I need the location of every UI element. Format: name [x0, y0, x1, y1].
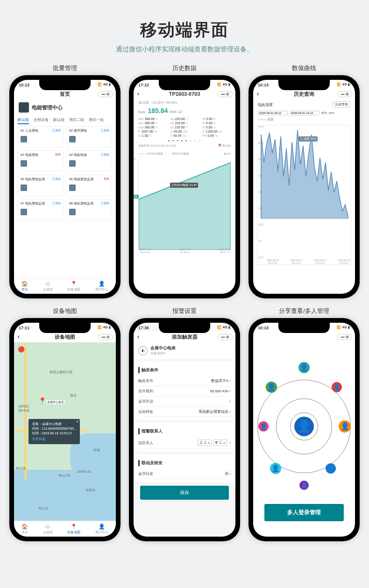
person-icon: 👤 [298, 362, 310, 373]
chart-temp: 64.464.26463.863.663.463.26362.7 ◇ 温度: 6… [257, 125, 351, 265]
miniprogram-menu[interactable]: ••• ⊙ [98, 91, 113, 97]
multi-login-button[interactable]: 多人登录管理 [264, 504, 344, 521]
device-card[interactable]: #8 电机用电监测已连接 [66, 199, 112, 220]
nav-item[interactable]: 👤用户中心 [95, 524, 108, 535]
map-tooltip: × 设备：会展中心电表经纬：113.84465906584783...时间：20… [28, 419, 80, 444]
person-icon: 👤 [258, 421, 269, 432]
cell-label-3: 数值曲线 [292, 64, 316, 72]
device-card[interactable]: #5 电机用电监测已连接 [18, 175, 64, 196]
page-title: 移动端界面 [9, 19, 360, 42]
person-icon: 👤 [339, 420, 351, 432]
device-card[interactable]: #3 电器用电报警 [18, 150, 64, 172]
tabs: 默认组全部设备默认组测试二组测试一组 [14, 115, 116, 126]
form-row[interactable]: 条件规则50.000 KW › [138, 386, 231, 397]
form-row[interactable]: 是否开启 › [138, 397, 231, 407]
tab[interactable]: 测试二组 [69, 117, 84, 124]
save-button[interactable]: 保存 [140, 486, 229, 500]
person-icon: 👤 [266, 382, 277, 393]
query-button[interactable]: 查询 [321, 111, 327, 115]
nav-item[interactable]: 🏠首页 [21, 281, 28, 292]
remove-icon: × [208, 441, 210, 445]
pdf-button[interactable]: PDF [329, 112, 334, 114]
locate-icon[interactable]: 🔴 [18, 346, 25, 353]
nav-item[interactable]: ☁️云组态 [43, 281, 53, 292]
compass-icon: ◐ [138, 346, 148, 355]
nav-item[interactable]: 👤用户中心 [95, 281, 108, 292]
phone-1: 10:13📶 4G ▮ 首页••• ⊙ 电能管理中心 默认组全部设备默认组测试二… [9, 75, 121, 298]
person-icon: 👤 [299, 481, 309, 490]
map-marker[interactable]: 📍会展中心电表 [38, 397, 65, 404]
contact-chip[interactable]: 王 工 × [198, 439, 212, 446]
device-card[interactable]: #6 电能质量监测报警 [66, 175, 112, 196]
chart-epa: 61.9461.861.661.461.26160.8 61.696 正向有功电… [138, 158, 231, 247]
form-row[interactable]: 信息模板系统默认报警信息 › [138, 407, 231, 417]
back-icon[interactable]: ‹ [137, 91, 139, 97]
device-card[interactable]: #7 电机用电监测已连接 [18, 199, 64, 220]
nav-item[interactable]: 🏠首页 [21, 524, 28, 535]
tab[interactable]: 默认组 [53, 117, 64, 124]
center-person-icon: 👤 [294, 417, 314, 436]
to-input[interactable] [290, 111, 319, 115]
nav-item[interactable]: ☁️云组态 [43, 524, 53, 535]
person-icon: 👤 [326, 463, 336, 474]
remove-icon: × [223, 441, 225, 445]
sharing-diagram: 👤 👤👤👤👤👤👤👤👤 [253, 356, 355, 496]
tab[interactable]: 默认组 [18, 117, 29, 124]
history-query-button[interactable]: 历史查询 [333, 101, 350, 108]
form-row[interactable]: 触发条件数值高于X › [138, 376, 231, 386]
device-card[interactable]: #4 电柜电表已连接 [66, 150, 112, 172]
nav-item[interactable]: 📍设备地图 [67, 524, 80, 535]
nav-item[interactable]: 📍设备地图 [67, 281, 80, 292]
cell-label-1: 批量管理 [53, 64, 77, 72]
person-icon: 👤 [332, 382, 342, 392]
map[interactable]: 🔴 凤凰山森林公园 西乡 深圳宝安 国际机场 后海 深圳湾公园 南山公园 深圳湾… [14, 342, 116, 524]
tab[interactable]: 全部设备 [34, 117, 49, 124]
from-input[interactable] [258, 111, 288, 115]
app-icon [19, 102, 29, 113]
device-card[interactable]: #2 楼宇用电已连接 [66, 126, 112, 148]
cell-label-2: 历史数据 [172, 64, 197, 72]
tab[interactable]: 测试一组 [89, 117, 104, 124]
history-button[interactable]: 📅 查历史 [218, 144, 231, 148]
person-icon: 👤 [270, 463, 281, 474]
history-track-link[interactable]: 历史轨迹 [32, 437, 77, 441]
contact-chip[interactable]: 李 工 × [213, 439, 227, 446]
close-icon[interactable]: × [76, 420, 78, 423]
page-subtitle: 通过微信小程序实现移动端查看数据管理设备。 [9, 45, 360, 54]
device-card[interactable]: #1 工业用电已连接 [18, 126, 64, 148]
